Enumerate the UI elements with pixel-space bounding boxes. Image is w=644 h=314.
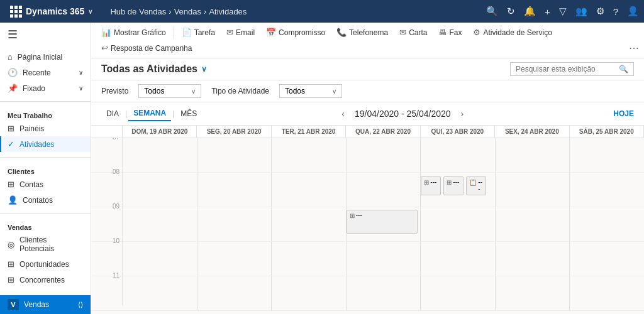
- toolbar-more-icon[interactable]: ⋯: [629, 42, 639, 54]
- tipo-value: Todos: [285, 87, 305, 95]
- people-icon[interactable]: 👥: [575, 6, 587, 17]
- previsto-select[interactable]: Todos ∨: [138, 84, 201, 98]
- event-qui-2[interactable]: ⊞ ---: [443, 176, 464, 195]
- refresh-icon[interactable]: ↻: [507, 6, 515, 17]
- bell-icon[interactable]: 🔔: [524, 6, 536, 17]
- settings-icon[interactable]: ⚙: [596, 6, 604, 17]
- tipo-select[interactable]: Todos ∨: [279, 84, 342, 98]
- cell-ter-10[interactable]: [272, 242, 347, 276]
- tab-mes[interactable]: MÊS: [175, 107, 202, 121]
- cell-seg-09[interactable]: [197, 207, 272, 241]
- cell-dom-09[interactable]: [123, 207, 197, 241]
- tab-semana[interactable]: SEMANA: [128, 106, 171, 121]
- cell-qui-07[interactable]: [421, 138, 496, 172]
- sidebar-item-concorrentes[interactable]: ⊞ Concorrentes: [0, 272, 91, 288]
- top-navigation: Dynamics 365 ∨ Hub de Vendas › Vendas › …: [0, 0, 644, 23]
- today-button[interactable]: HOJE: [613, 109, 634, 118]
- user-icon[interactable]: 👤: [627, 6, 639, 17]
- app-logo[interactable]: Dynamics 365 ∨: [5, 6, 97, 18]
- sidebar-bottom-vendas[interactable]: V Vendas ⟨⟩: [0, 295, 91, 314]
- cell-ter-09[interactable]: [272, 207, 347, 241]
- waffle-menu[interactable]: [10, 6, 22, 18]
- cell-seg-10[interactable]: [197, 242, 272, 276]
- sidebar-item-pinned[interactable]: 📌 Fixado ∨: [0, 80, 91, 96]
- hamburger-menu[interactable]: ☰: [0, 23, 91, 46]
- cell-sex-09[interactable]: [496, 207, 570, 241]
- cell-sab-07[interactable]: [570, 138, 644, 172]
- cell-seg-07[interactable]: [197, 138, 272, 172]
- cell-qui-10[interactable]: [421, 242, 496, 276]
- cell-seg-08[interactable]: [197, 173, 272, 207]
- cell-ter-08[interactable]: [272, 173, 347, 207]
- search-input[interactable]: [516, 65, 616, 73]
- event-qui-3[interactable]: 📋 ---: [466, 176, 486, 195]
- cell-dom-08[interactable]: [123, 173, 197, 207]
- help-icon[interactable]: ?: [613, 6, 618, 17]
- cell-sab-08[interactable]: [570, 173, 644, 207]
- cell-dom-07[interactable]: [123, 138, 197, 172]
- cell-dom-11[interactable]: [123, 276, 197, 310]
- sidebar-bottom-chevron-icon: ⟨⟩: [78, 301, 83, 309]
- sidebar-item-clientes-potenciais[interactable]: ◎ Clientes Potenciais: [0, 232, 91, 256]
- cell-dom-10[interactable]: [123, 242, 197, 276]
- sidebar-item-home[interactable]: ⌂ Página Inicial: [0, 49, 91, 65]
- toolbar-resposta-campanha[interactable]: ↩ Resposta de Campanha: [96, 41, 197, 55]
- cell-sex-07[interactable]: [496, 138, 570, 172]
- filter-icon[interactable]: ▽: [559, 6, 567, 17]
- toolbar-carta[interactable]: ✉ Carta: [394, 25, 432, 40]
- tab-dia[interactable]: DIA: [101, 107, 124, 121]
- cell-qua-08[interactable]: [347, 173, 421, 207]
- toolbar-tarefa[interactable]: 📄 Tarefa: [177, 25, 220, 40]
- sidebar-divider-3: [0, 213, 91, 214]
- search-icon[interactable]: 🔍: [486, 6, 498, 17]
- cell-sab-11[interactable]: [570, 276, 644, 310]
- app-chevron-icon[interactable]: ∨: [88, 8, 92, 15]
- breadcrumb-vendas[interactable]: Vendas: [174, 7, 201, 16]
- cell-sex-11[interactable]: [496, 276, 570, 310]
- sidebar-item-recent[interactable]: 🕐 Recente ∨: [0, 65, 91, 80]
- cell-qua-09[interactable]: ⊞ ---: [347, 207, 421, 241]
- cell-ter-07[interactable]: [272, 138, 347, 172]
- calendar-view-tabs: DIA | SEMANA | MÊS: [101, 106, 202, 121]
- cell-sex-10[interactable]: [496, 242, 570, 276]
- cell-sab-09[interactable]: [570, 207, 644, 241]
- cell-seg-11[interactable]: [197, 276, 272, 310]
- sidebar-item-paineis[interactable]: ⊞ Painéis: [0, 121, 91, 136]
- cell-qua-10[interactable]: [347, 242, 421, 276]
- breadcrumb-hub[interactable]: Hub de Vendas: [110, 7, 166, 16]
- event-qui-1[interactable]: ⊞ ---: [421, 176, 441, 195]
- cell-qua-07[interactable]: [347, 138, 421, 172]
- toolbar-label-telefonema: Telefonema: [349, 28, 388, 37]
- breadcrumb-atividades[interactable]: Atividades: [209, 7, 247, 16]
- content-area: 📊 Mostrar Gráfico 📄 Tarefa ✉ Email 📅 Com…: [91, 23, 644, 314]
- sidebar-item-atividades[interactable]: ✓ Atividades: [0, 136, 91, 152]
- toolbar-atividade-servico[interactable]: ⚙ Atividade de Serviço: [468, 25, 557, 40]
- cell-qui-08[interactable]: ⊞ --- ⊞ --- 📋 ---: [421, 173, 496, 207]
- cell-qui-09[interactable]: [421, 207, 496, 241]
- cell-qui-11[interactable]: [421, 276, 496, 310]
- toolbar-compromisso[interactable]: 📅 Compromisso: [261, 25, 330, 40]
- toolbar-telefonema[interactable]: 📞 Telefonema: [331, 25, 393, 40]
- toolbar-email[interactable]: ✉ Email: [221, 25, 260, 40]
- hour-row-11: 11: [91, 276, 644, 311]
- sidebar-item-contatos[interactable]: 👤 Contatos: [0, 192, 91, 208]
- toolbar-mostrar-grafico[interactable]: 📊 Mostrar Gráfico: [96, 25, 171, 40]
- search-box[interactable]: 🔍: [510, 62, 634, 76]
- view-title[interactable]: Todas as Atividades ∨: [101, 63, 207, 75]
- prev-week-button[interactable]: ‹: [336, 106, 350, 121]
- event-qua-1[interactable]: ⊞ ---: [347, 210, 418, 234]
- next-week-button[interactable]: ›: [456, 106, 469, 121]
- cell-sab-10[interactable]: [570, 242, 644, 276]
- toolbar-fax[interactable]: 🖷 Fax: [433, 25, 467, 40]
- sidebar-section-label-meu-trabalho: Meu Trabalho: [0, 107, 91, 121]
- add-icon[interactable]: +: [545, 6, 550, 17]
- filter-bar: Todas as Atividades ∨ 🔍: [91, 58, 644, 80]
- cell-sex-08[interactable]: [496, 173, 570, 207]
- sidebar-label-concorrentes: Concorrentes: [19, 276, 65, 284]
- sidebar-item-oportunidades[interactable]: ⊞ Oportunidades: [0, 256, 91, 272]
- sidebar-item-contas[interactable]: ⊞ Contas: [0, 176, 91, 192]
- cell-qua-11[interactable]: [347, 276, 421, 310]
- letter-icon: ✉: [399, 28, 406, 37]
- cell-ter-11[interactable]: [272, 276, 347, 310]
- event-icon-2: ⊞: [447, 179, 452, 186]
